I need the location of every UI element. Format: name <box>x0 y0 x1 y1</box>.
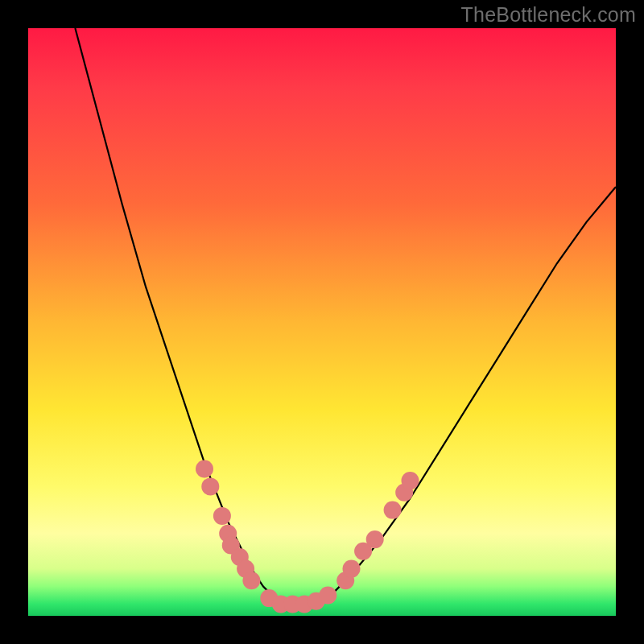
plot-area <box>28 28 616 616</box>
marker-right <box>384 502 402 519</box>
chart-frame: TheBottleneck.com <box>0 0 644 644</box>
marker-left <box>196 460 213 478</box>
marker-right <box>366 530 384 548</box>
marker-left <box>242 572 260 589</box>
marker-right <box>402 472 419 489</box>
bottleneck-curve-path <box>75 28 616 604</box>
curve-svg <box>28 28 616 616</box>
bottleneck-curve <box>75 28 616 604</box>
marker-bottom <box>319 587 336 605</box>
marker-left <box>213 507 231 525</box>
marker-left <box>201 477 219 495</box>
watermark-text: TheBottleneck.com <box>461 3 636 27</box>
curve-markers <box>196 460 419 613</box>
marker-right <box>343 560 361 578</box>
